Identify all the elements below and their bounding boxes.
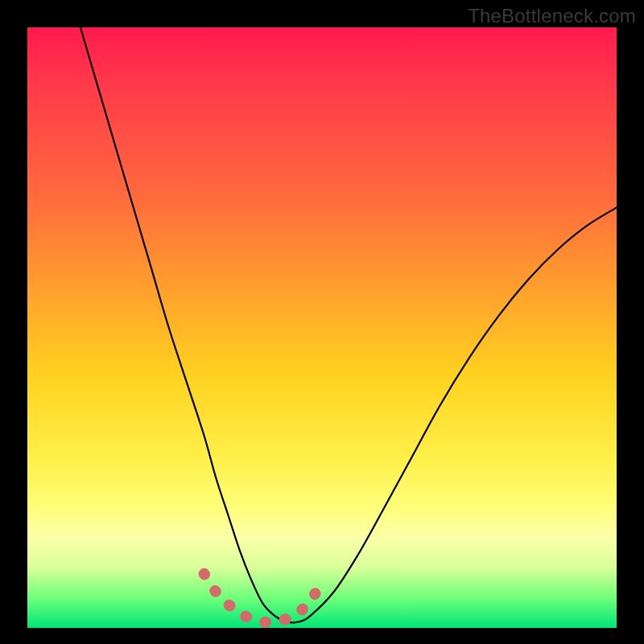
watermark-text: TheBottleneck.com xyxy=(468,5,636,27)
chart-frame: TheBottleneck.com xyxy=(0,0,644,644)
curve-layer xyxy=(27,27,617,628)
bottleneck-curve xyxy=(80,27,617,622)
plot-area xyxy=(27,27,617,628)
